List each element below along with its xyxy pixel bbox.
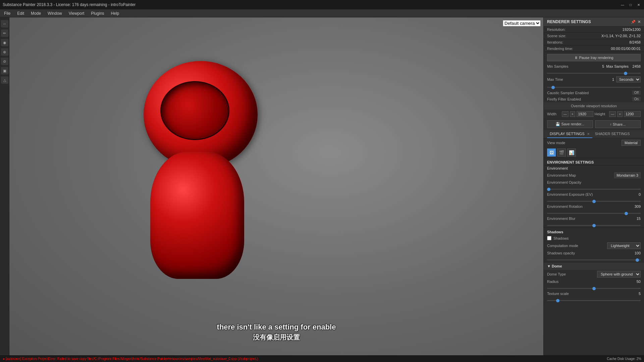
display-icon-row: 🖼 🎬 📊 [544,147,644,158]
env-exposure-slider[interactable] [547,201,641,202]
menu-mode[interactable]: Mode [28,10,44,16]
width-row: Width — + Height — + [544,110,644,118]
computation-mode-label: Computation mode [547,244,607,248]
renderer-settings-controls: 📌 ✕ [631,20,641,24]
resolution-row: Resolution: 1920x1200 [544,26,644,33]
texture-scale-row: Texture scale 5 [544,291,644,297]
scene-size-value: X=1.14, Y=2.00, Z=1.32 [601,34,641,38]
renderer-settings-header: RENDERER SETTINGS 📌 ✕ [544,17,644,26]
env-opacity-row: Environment Opacity [544,179,644,185]
tool-paint[interactable]: ✏ [1,29,8,37]
height-plus-button[interactable]: + [617,111,623,117]
shadows-opacity-row: Shadows opacity 100 [544,250,644,256]
seconds-select[interactable]: Seconds Minutes [616,76,641,82]
dome-radius-row: Radius 50 [544,279,644,285]
computation-mode-select[interactable]: Lightweight High Quality [607,242,641,249]
menu-help[interactable]: Help [108,10,122,16]
menu-edit[interactable]: Edit [14,10,27,16]
max-time-row: Max Time 1 Seconds Minutes [544,75,644,83]
env-exposure-value: 0 [632,192,641,196]
max-time-slider[interactable] [547,87,641,88]
close-button[interactable]: ✕ [636,2,641,7]
override-resolution-label: Override viewport resolution [571,104,617,108]
icon-image-button[interactable]: 🖼 [547,148,556,157]
dome-radius-value: 50 [632,280,641,284]
share-label: ↑ Share... [610,122,626,126]
env-opacity-label: Environment Opacity [547,180,641,184]
iterations-row: Iterations: 8/2458 [544,39,644,46]
tool-clone[interactable]: ⊕ [1,48,8,56]
max-samples-value: 2458 [631,64,641,68]
title-bar: Substance Painter 2018.3.3 - License: 17… [0,0,644,9]
dome-radius-slider[interactable] [547,288,641,289]
dome-label: ▼ Dome [547,264,562,268]
icon-chart-button[interactable]: 📊 [567,148,576,157]
tab-shader-settings[interactable]: SHADER SETTINGS [592,130,633,138]
env-rotation-value: 309 [632,204,641,208]
firefly-filter-value: On [632,97,641,101]
tool-fill[interactable]: ▣ [1,67,8,74]
camera-select[interactable]: Default camera [503,20,541,26]
tab-display-settings[interactable]: DISPLAY SETTINGS ✕ [547,130,592,138]
shadows-checkbox[interactable] [547,236,551,240]
width-minus-button[interactable]: — [562,111,569,117]
width-plus-button[interactable]: + [570,111,575,117]
env-map-value[interactable]: Mondarrain 3 [614,172,641,178]
max-time-label: Max Time [547,77,602,81]
menu-plugins[interactable]: Plugins [88,10,107,16]
height-input[interactable] [624,111,641,117]
icon-video-button[interactable]: 🎬 [557,148,566,157]
renderer-settings-close[interactable]: ✕ [638,20,641,24]
resolution-value: 1920x1200 [623,27,641,32]
texture-scale-slider[interactable] [547,300,641,301]
caustic-sampler-row: Caustic Sampler Enabled Off [544,89,644,96]
status-bar: ● [autosave] Exception ProjectError: Fai… [0,355,644,362]
width-input[interactable] [577,111,593,117]
action-row: 💾 Save render... ↑ Share... [544,118,644,130]
menu-viewport[interactable]: Viewport [66,10,87,16]
subtitles: there isn't like a setting for enable 没有… [217,323,336,342]
maximize-button[interactable]: □ [628,2,633,7]
tool-erase[interactable]: ◉ [1,39,8,46]
env-rotation-slider[interactable] [547,213,641,214]
tool-smudge[interactable]: ⊘ [1,58,8,65]
tool-polygon[interactable]: △ [1,76,8,84]
save-render-button[interactable]: 💾 Save render... [547,120,593,128]
minimize-button[interactable]: — [620,2,625,7]
display-settings-close[interactable]: ✕ [587,132,590,136]
min-samples-row: Min Samples 5 Max Samples 2458 [544,63,644,69]
width-label: Width [547,112,560,116]
pause-render-button[interactable]: ⏸ Pause Iray rendering [547,54,641,61]
share-button[interactable]: ↑ Share... [595,120,641,128]
menu-file[interactable]: File [1,10,13,16]
height-label: Height [595,112,608,116]
save-render-label: 💾 Save render... [555,122,584,126]
shadows-checkbox-row: Shadows [544,235,644,241]
firefly-filter-label: Firefly Filter Enabled [547,97,581,101]
rendering-time-row: Rendering time: 00:00:01/00:00:01 [544,46,644,52]
env-blur-slider[interactable] [547,225,641,226]
dome-radius-slider-row [544,285,644,291]
dome-type-select[interactable]: Sphere with ground Sphere Plane [597,271,641,278]
tool-transform[interactable]: ↔ [1,20,8,27]
dome-header[interactable]: ▼ Dome [544,262,644,270]
override-resolution-row: Override viewport resolution [544,102,644,110]
env-exposure-label: Environment Exposure (EV) [547,192,631,196]
height-minus-button[interactable]: — [609,111,616,117]
env-opacity-slider[interactable] [547,189,641,190]
min-max-samples-slider[interactable] [547,73,641,74]
iterations-label: Iterations: [547,40,563,44]
dome-type-label: Dome Type [547,272,597,276]
shadows-opacity-value: 100 [632,251,641,255]
cache-usage: Cache Disk Usage: 2% [607,357,641,361]
view-mode-value[interactable]: Material [622,140,641,146]
rendering-time-value: 00:00:01/00:00:01 [611,47,641,51]
iterations-value: 8/2458 [629,40,641,44]
shadows-opacity-slider[interactable] [547,259,641,260]
scene-size-label: Scene size: [547,34,566,38]
renderer-settings-pin[interactable]: 📌 [631,20,636,24]
viewport[interactable]: Default camera there isn't like a settin… [9,17,543,355]
menu-window[interactable]: Window [45,10,65,16]
env-blur-value: 15 [632,217,641,221]
max-time-slider-row [544,83,644,89]
